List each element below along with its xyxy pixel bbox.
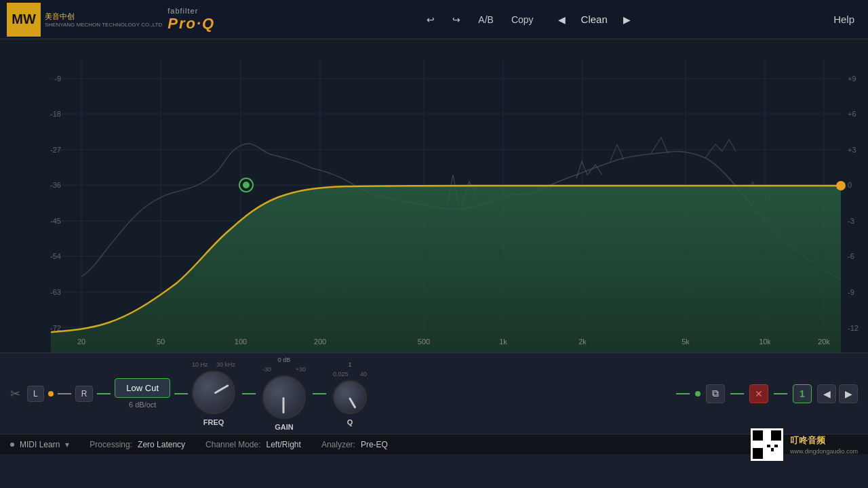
scissors-icon: ✂ <box>10 386 20 401</box>
right-controls: ⧉ ✕ 1 ◀ ▶ <box>676 384 858 403</box>
svg-text:1k: 1k <box>499 338 507 346</box>
svg-text:5k: 5k <box>682 338 690 346</box>
svg-text:20k: 20k <box>818 338 830 346</box>
band-dot-orange <box>48 391 54 396</box>
undo-button[interactable]: ↩ <box>421 12 440 28</box>
q-min: 0.025 <box>333 371 349 378</box>
svg-text:-9: -9 <box>848 288 854 296</box>
gain-center-label: 0 dB <box>262 357 306 363</box>
svg-text:0: 0 <box>848 181 852 189</box>
freq-label: FREQ <box>203 418 224 426</box>
brand-text: 叮咚音频 www.dingdongaudio.com <box>790 434 858 455</box>
channel-value: Left/Right <box>267 440 301 449</box>
logo-chinese: 美音中创 <box>45 12 162 22</box>
brand-url: www.dingdongaudio.com <box>790 448 858 455</box>
next-band-button[interactable]: ▶ <box>839 384 858 403</box>
analyzer-label: Analyzer: <box>321 440 355 449</box>
ab-controls: ↩ ↪ A/B Copy <box>421 12 538 28</box>
q-range: 0.025 40 <box>333 371 367 378</box>
gain-min: -30 <box>262 366 271 373</box>
logo-box: MW <box>7 3 41 37</box>
connector-mid <box>174 393 188 394</box>
gain-label: GAIN <box>275 423 294 431</box>
svg-text:20: 20 <box>77 338 85 346</box>
svg-point-36 <box>243 182 250 188</box>
copy-button[interactable]: Copy <box>506 12 539 28</box>
prev-band-button[interactable]: ◀ <box>817 384 836 403</box>
logo-mw: MW <box>12 12 36 27</box>
next-preset-button[interactable]: ▶ <box>618 12 636 28</box>
connector-right3 <box>774 393 787 394</box>
channel-label: Channel Mode: <box>205 440 260 449</box>
band-r-button[interactable]: R <box>75 386 94 402</box>
connector-right <box>676 393 690 394</box>
processing-value: Zero Latency <box>138 440 185 449</box>
band-selector: L R <box>27 386 93 402</box>
q-marker-row: 1 <box>333 361 367 368</box>
svg-text:500: 500 <box>418 338 430 346</box>
midi-learn-group: MIDI Learn ▾ <box>10 440 69 449</box>
q-knob[interactable] <box>333 380 367 414</box>
gain-knob-group: 0 dB -30 +30 GAIN <box>262 357 306 431</box>
controls-strip: ✂ L R Low Cut 6 dB/oct 10 Hz 30 kHz FREQ… <box>0 352 868 434</box>
freq-knob[interactable] <box>192 371 235 414</box>
watermark-area: 叮咚音频 www.dingdongaudio.com <box>751 428 858 461</box>
analyzer-value: Pre-EQ <box>361 440 388 449</box>
fabfilter-logo: fabfilter Pro·Q <box>167 7 215 33</box>
redo-button[interactable]: ↪ <box>447 12 466 28</box>
svg-text:-27: -27 <box>50 146 61 154</box>
right-dot-green <box>695 391 701 396</box>
preset-nav: ◀ Clean ▶ <box>553 12 636 28</box>
svg-text:200: 200 <box>314 338 326 346</box>
gain-max: +30 <box>296 366 306 373</box>
close-icon: ✕ <box>755 388 763 399</box>
filter-type-button[interactable]: Low Cut <box>115 378 170 398</box>
product-name: Pro·Q <box>167 15 215 33</box>
q-knob-group: 1 0.025 40 Q <box>333 361 367 426</box>
svg-text:-45: -45 <box>50 217 61 225</box>
svg-text:10k: 10k <box>759 338 771 346</box>
eq-svg: -9 -18 -27 -36 -45 -54 -63 -72 +9 +6 +3 … <box>0 39 868 352</box>
logo-company: SHENYANG MECHON TECHNOLOGY CO.,LTD <box>45 22 162 28</box>
freq-max: 30 kHz <box>216 361 235 368</box>
gain-center-value: 0 dB <box>278 357 291 363</box>
midi-learn-button[interactable]: MIDI Learn <box>20 440 60 449</box>
ab-button[interactable]: A/B <box>473 12 499 28</box>
band-l-button[interactable]: L <box>27 386 44 402</box>
gain-knob[interactable] <box>262 375 306 419</box>
svg-text:-9: -9 <box>54 75 61 83</box>
gain-range: -30 +30 <box>262 366 306 373</box>
svg-text:-36: -36 <box>50 181 61 189</box>
svg-text:-54: -54 <box>50 252 61 260</box>
svg-text:+3: +3 <box>848 146 856 154</box>
link-line <box>58 393 71 394</box>
connector-left <box>97 393 111 394</box>
nav-arrows: ◀ ▶ <box>817 384 858 403</box>
svg-text:-63: -63 <box>50 288 61 296</box>
logo-area: MW 美音中创 SHENYANG MECHON TECHNOLOGY CO.,L… <box>7 3 224 37</box>
svg-text:-12: -12 <box>848 324 859 332</box>
eq-display: Spectrum 12 dB <box>0 39 868 352</box>
close-icon-button[interactable]: ✕ <box>749 384 768 403</box>
svg-text:50: 50 <box>157 338 165 346</box>
freq-knob-group: 10 Hz 30 kHz FREQ <box>192 361 235 426</box>
svg-point-37 <box>836 181 846 190</box>
copy-icon-button[interactable]: ⧉ <box>706 384 725 403</box>
midi-dot <box>10 443 14 447</box>
header-controls: ↩ ↪ A/B Copy ◀ Clean ▶ <box>224 12 833 28</box>
svg-text:-18: -18 <box>50 110 61 118</box>
help-button[interactable]: Help <box>833 14 854 25</box>
preset-name: Clean <box>581 14 608 25</box>
midi-dropdown-arrow[interactable]: ▾ <box>65 440 69 449</box>
brand-name: 叮咚音频 <box>790 434 858 447</box>
fabfilter-name: fabfilter <box>167 7 215 15</box>
band-number: 1 <box>793 384 812 403</box>
prev-preset-button[interactable]: ◀ <box>553 12 571 28</box>
header-right: Help <box>833 14 854 25</box>
svg-text:+9: +9 <box>848 75 856 83</box>
logo-text-area: 美音中创 SHENYANG MECHON TECHNOLOGY CO.,LTD <box>45 12 162 28</box>
header: MW 美音中创 SHENYANG MECHON TECHNOLOGY CO.,L… <box>0 0 868 39</box>
svg-text:100: 100 <box>235 338 247 346</box>
copy-icon: ⧉ <box>712 388 719 399</box>
freq-min: 10 Hz <box>192 361 208 368</box>
